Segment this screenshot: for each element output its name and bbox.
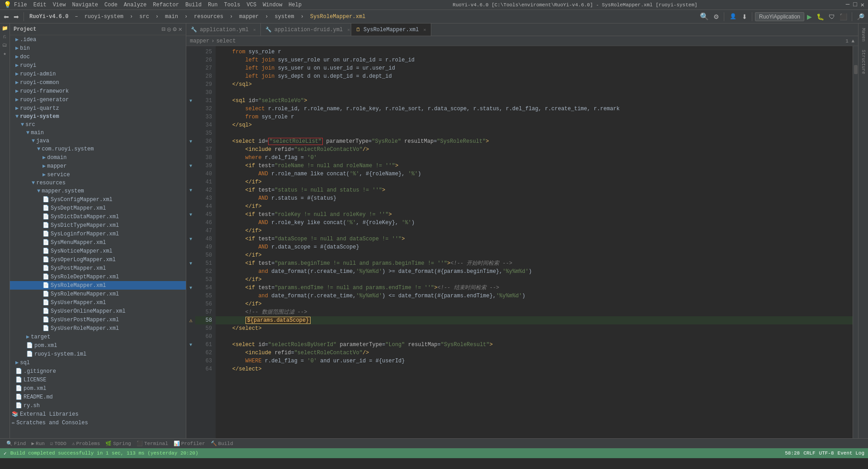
profiler-tab[interactable]: 📊 Profiler xyxy=(171,441,208,446)
tree-item-SysUserRoleMapper[interactable]: 📄 SysUserRoleMapper.xml xyxy=(10,324,186,333)
fold-icon[interactable]: ▼ xyxy=(189,286,192,291)
menu-edit[interactable]: Edit xyxy=(31,1,49,9)
tree-item-SysRoleMapper[interactable]: 📄 SysRoleMapper.xml xyxy=(10,281,186,290)
close-btn[interactable]: ✕ xyxy=(861,1,864,9)
event-log-btn[interactable]: Event Log xyxy=(838,450,864,456)
tab-application-yml[interactable]: 🔧 application.yml ✕ xyxy=(186,23,261,36)
right-scroll[interactable] xyxy=(853,46,858,438)
tree-item-main[interactable]: ▼ main xyxy=(10,129,186,137)
tree-item-SysRoleDeptMapper[interactable]: 📄 SysRoleDeptMapper.xml xyxy=(10,272,186,281)
debug-btn[interactable]: 🐛 xyxy=(815,12,826,21)
maven-icon[interactable]: Maven xyxy=(861,25,866,44)
structure-icon[interactable]: 🗂 xyxy=(2,42,7,48)
tree-item-SysDictTypeMapper[interactable]: 📄 SysDictTypeMapper.xml xyxy=(10,221,186,230)
find-usages-btn[interactable]: 🔎 xyxy=(855,12,866,21)
tree-item-scratches[interactable]: ✏ Scratches and Consoles xyxy=(10,418,186,427)
menu-navigate[interactable]: Navigate xyxy=(69,1,101,9)
scroll-thumb[interactable] xyxy=(854,65,858,74)
close-panel-btn[interactable]: ✕ xyxy=(179,25,182,33)
tree-item-SysPostMapper[interactable]: 📄 SysPostMapper.xml xyxy=(10,264,186,272)
fold-icon[interactable]: ▼ xyxy=(189,164,192,169)
tree-item-SysDeptMapper[interactable]: 📄 SysDeptMapper.xml xyxy=(10,204,186,212)
structure-right-icon[interactable]: Structure xyxy=(861,47,866,77)
tree-item-ext-libs[interactable]: 📚 External Libraries xyxy=(10,410,186,418)
toolbar-back[interactable]: ⬅ xyxy=(2,12,11,21)
tree-item-ruoyi-framework[interactable]: ▶ ruoyi-framework xyxy=(10,87,186,95)
tab-sysrolemapper[interactable]: 🗒 SysRoleMapper.xml ✕ xyxy=(351,23,431,36)
menu-help[interactable]: Help xyxy=(286,1,304,9)
menu-refactor[interactable]: Refactor xyxy=(150,1,182,9)
build-tab[interactable]: 🔨 Build xyxy=(208,441,236,446)
tree-item-SysNoticeMapper[interactable]: 📄 SysNoticeMapper.xml xyxy=(10,247,186,255)
maximize-btn[interactable]: □ xyxy=(853,1,857,9)
favorites-icon[interactable]: ★ xyxy=(3,51,6,56)
spring-tab[interactable]: 🌿 Spring xyxy=(103,441,134,446)
tree-item-service[interactable]: ▶ service xyxy=(10,170,186,179)
tree-item-SysConfigMapper[interactable]: 📄 SysConfigMapper.xml xyxy=(10,195,186,204)
tree-item-SysUserPostMapper[interactable]: 📄 SysUserPostMapper.xml xyxy=(10,315,186,324)
fold-icon[interactable]: ▼ xyxy=(189,212,192,217)
tree-item-SysDictDataMapper[interactable]: 📄 SysDictDataMapper.xml xyxy=(10,212,186,221)
tree-item-target[interactable]: ▶ target xyxy=(10,333,186,341)
tree-item-java[interactable]: ▼ java xyxy=(10,137,186,145)
tree-item-com-ruoyi[interactable]: ▼ com.ruoyi.system xyxy=(10,145,186,153)
menu-vcs[interactable]: VCS xyxy=(244,1,259,9)
locate-file-btn[interactable]: ◎ xyxy=(167,25,171,33)
tree-item-ruoyi-common[interactable]: ▶ ruoyi-common xyxy=(10,78,186,87)
fold-icon[interactable]: ▼ xyxy=(189,139,192,144)
tree-item-pom-system[interactable]: 📄 pom.xml xyxy=(10,341,186,350)
menu-window[interactable]: Window xyxy=(260,1,285,9)
tree-item-readme[interactable]: 📄 README.md xyxy=(10,393,186,401)
menu-file[interactable]: File xyxy=(11,1,30,9)
tree-item-gitignore[interactable]: 📄 .gitignore xyxy=(10,367,186,375)
menu-view[interactable]: View xyxy=(50,1,69,9)
tree-item-ry-sh[interactable]: 📄 ry.sh xyxy=(10,401,186,410)
tree-item-mapper-pkg[interactable]: ▶ mapper xyxy=(10,162,186,170)
project-icon[interactable]: 📁 xyxy=(2,25,8,31)
find-tab[interactable]: 🔍 Find xyxy=(4,441,28,446)
search-everywhere-btn[interactable]: 🔍 xyxy=(698,11,711,22)
update-btn[interactable]: ⬇ xyxy=(740,12,749,21)
run-config-selector[interactable]: RuoYiApplication xyxy=(755,12,804,21)
tree-item-ruoyi-quartz[interactable]: ▶ ruoyi-quartz xyxy=(10,104,186,113)
tab-application-druid[interactable]: 🔧 application-druid.yml ✕ xyxy=(261,23,351,36)
menu-build[interactable]: Build xyxy=(183,1,204,9)
tree-item-resources[interactable]: ▼ resources xyxy=(10,179,186,187)
tree-item-ruoyi-generator[interactable]: ▶ ruoyi-generator xyxy=(10,95,186,104)
fold-icon[interactable]: ▼ xyxy=(189,342,192,347)
tree-item-bin[interactable]: ▶ bin xyxy=(10,44,186,52)
tab-close2[interactable]: ✕ xyxy=(347,27,350,33)
tree-item-ruoyi-system[interactable]: ▼ ruoyi-system xyxy=(10,113,186,121)
tree-item-iml[interactable]: 📄 ruoyi-system.iml xyxy=(10,350,186,358)
terminal-tab[interactable]: ⬛ Terminal xyxy=(134,441,171,446)
menu-run[interactable]: Run xyxy=(205,1,221,9)
tree-item-domain[interactable]: ▶ domain xyxy=(10,153,186,162)
tree-item-SysUserOnlineMapper[interactable]: 📄 SysUserOnlineMapper.xml xyxy=(10,307,186,315)
commit-icon[interactable]: ⎌ xyxy=(3,34,6,39)
settings-gear-icon[interactable]: ⚙ xyxy=(173,25,176,33)
tree-item-SysRoleMenuMapper[interactable]: 📄 SysRoleMenuMapper.xml xyxy=(10,290,186,298)
tree-item-SysUserMapper[interactable]: 📄 SysUserMapper.xml xyxy=(10,298,186,307)
tree-item-pom-root[interactable]: 📄 pom.xml xyxy=(10,384,186,393)
tree-item-license[interactable]: 📄 LICENSE xyxy=(10,375,186,384)
tree-item-doc[interactable]: ▶ doc xyxy=(10,52,186,61)
tree-item-ruoyi-admin[interactable]: ▶ ruoyi-admin xyxy=(10,70,186,78)
tree-item-sql[interactable]: ▶ sql xyxy=(10,358,186,367)
fold-icon[interactable]: ▼ xyxy=(189,261,192,266)
fold-icon[interactable]: ▼ xyxy=(189,188,192,193)
fold-icon[interactable]: ▼ xyxy=(189,98,192,103)
problems-tab[interactable]: ⚠ Problems xyxy=(69,441,103,446)
tree-item-src[interactable]: ▼ src xyxy=(10,121,186,129)
tree-item-mapper-system[interactable]: ▼ mapper.system xyxy=(10,187,186,195)
tree-item-SysMenuMapper[interactable]: 📄 SysMenuMapper.xml xyxy=(10,238,186,247)
run-tab[interactable]: ▶ Run xyxy=(28,441,47,446)
tree-item-SysOperLogMapper[interactable]: 📄 SysOperLogMapper.xml xyxy=(10,255,186,264)
menu-code[interactable]: Code xyxy=(102,1,120,9)
menu-analyze[interactable]: Analyze xyxy=(121,1,149,9)
tab-close3[interactable]: ✕ xyxy=(423,27,426,33)
collapse-all-btn[interactable]: ⊟ xyxy=(161,25,165,33)
stop-btn[interactable]: ⬛ xyxy=(838,12,849,21)
run-btn[interactable]: ▶ xyxy=(805,12,814,21)
menu-tools[interactable]: Tools xyxy=(222,1,243,9)
tree-item-idea[interactable]: ▶ .idea xyxy=(10,35,186,44)
